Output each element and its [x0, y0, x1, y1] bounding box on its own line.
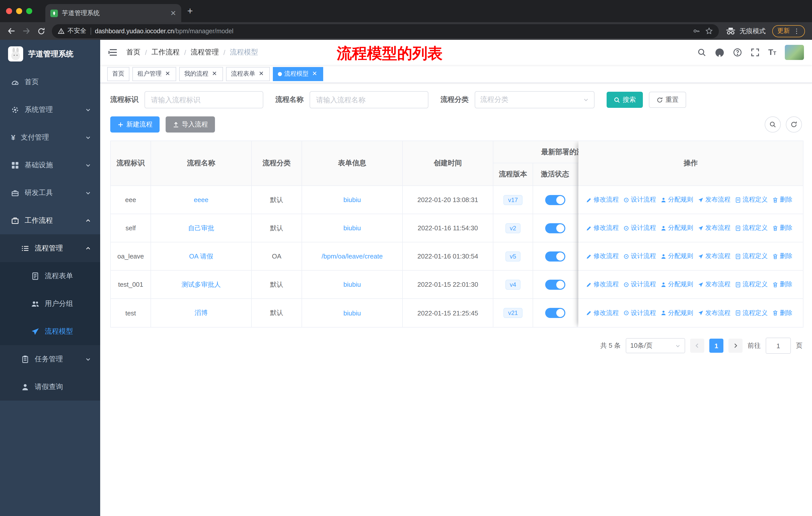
- action-edit-link[interactable]: 修改流程: [586, 280, 619, 289]
- action-assign-link[interactable]: 分配规则: [661, 252, 693, 261]
- active-toggle[interactable]: [545, 251, 565, 261]
- form-info-link[interactable]: biubiu: [343, 309, 361, 317]
- sidebar-item-process-management[interactable]: 流程管理: [0, 234, 100, 262]
- search-button[interactable]: 搜索: [607, 92, 643, 108]
- action-edit-link[interactable]: 修改流程: [586, 195, 619, 204]
- fullscreen-icon[interactable]: [751, 48, 760, 57]
- process-name-link[interactable]: OA 请假: [189, 252, 213, 261]
- zoom-window-button[interactable]: [26, 8, 32, 14]
- sidebar-item-home[interactable]: 首页: [0, 68, 100, 96]
- address-bar[interactable]: 不安全 dashboard.yudao.iocoder.cn/bpm/manag…: [52, 24, 719, 38]
- browser-menu-icon[interactable]: ⋮: [793, 27, 800, 35]
- tag-home[interactable]: 首页: [107, 67, 129, 81]
- forward-icon[interactable]: [22, 27, 31, 35]
- form-info-link[interactable]: biubiu: [343, 196, 361, 203]
- process-name-link[interactable]: eeee: [194, 196, 208, 203]
- show-search-button[interactable]: [765, 116, 781, 133]
- action-edit-link[interactable]: 修改流程: [586, 309, 619, 317]
- refresh-table-button[interactable]: [786, 116, 802, 133]
- process-name-link[interactable]: 测试多审批人: [181, 280, 221, 289]
- action-edit-link[interactable]: 修改流程: [586, 252, 619, 261]
- action-publish-link[interactable]: 发布流程: [698, 224, 730, 232]
- search-icon[interactable]: [697, 48, 706, 57]
- create-process-button[interactable]: 新建流程: [110, 116, 160, 133]
- tag-close-icon[interactable]: ✕: [311, 70, 318, 77]
- action-definition-link[interactable]: 流程定义: [735, 252, 768, 261]
- process-name-input[interactable]: [310, 91, 428, 108]
- hamburger-icon[interactable]: [108, 47, 118, 57]
- sidebar-item-task-management[interactable]: 任务管理: [0, 345, 100, 373]
- active-toggle[interactable]: [545, 195, 565, 205]
- sidebar-item-workflow[interactable]: 工作流程: [0, 207, 100, 234]
- update-button[interactable]: 更新 ⋮: [772, 25, 805, 37]
- goto-page-input[interactable]: [766, 337, 791, 354]
- back-icon[interactable]: [7, 27, 16, 35]
- next-page-button[interactable]: [728, 338, 743, 353]
- breadcrumb-process-management[interactable]: 流程管理: [191, 48, 219, 57]
- new-tab-button[interactable]: +: [187, 5, 193, 17]
- tab-close-icon[interactable]: ✕: [170, 9, 176, 17]
- sidebar-item-process-form[interactable]: 流程表单: [0, 262, 100, 290]
- user-avatar[interactable]: [785, 45, 804, 60]
- action-definition-link[interactable]: 流程定义: [735, 224, 768, 232]
- breadcrumb-workflow[interactable]: 工作流程: [151, 48, 180, 57]
- action-publish-link[interactable]: 发布流程: [698, 252, 730, 261]
- action-delete-link[interactable]: 删除: [772, 252, 792, 261]
- process-name-link[interactable]: 自己审批: [188, 223, 214, 233]
- sidebar-item-process-model[interactable]: 流程模型: [0, 318, 100, 345]
- security-warning-icon[interactable]: 不安全: [58, 27, 86, 35]
- browser-tab[interactable]: 芋道管理系统 ✕: [45, 4, 181, 22]
- action-definition-link[interactable]: 流程定义: [735, 309, 768, 317]
- sidebar-item-leave-query[interactable]: 请假查询: [0, 373, 100, 401]
- help-icon[interactable]: [733, 48, 742, 57]
- action-definition-link[interactable]: 流程定义: [735, 280, 768, 289]
- breadcrumb-home[interactable]: 首页: [126, 48, 141, 57]
- action-definition-link[interactable]: 流程定义: [735, 195, 768, 204]
- font-size-icon[interactable]: TT: [768, 48, 776, 57]
- tag-close-icon[interactable]: ✕: [211, 70, 218, 77]
- action-design-link[interactable]: 设计流程: [623, 309, 656, 317]
- category-select[interactable]: 流程分类: [475, 91, 594, 108]
- active-toggle[interactable]: [545, 308, 565, 318]
- active-toggle[interactable]: [545, 223, 565, 233]
- active-toggle[interactable]: [545, 279, 565, 290]
- sidebar-item-devtools[interactable]: 研发工具: [0, 179, 100, 207]
- tag-process-model[interactable]: 流程模型 ✕: [273, 67, 323, 81]
- form-info-link[interactable]: /bpm/oa/leave/create: [322, 252, 383, 260]
- page-size-select[interactable]: 10条/页: [626, 338, 685, 353]
- action-assign-link[interactable]: 分配规则: [661, 224, 693, 232]
- sidebar-item-system[interactable]: 系统管理: [0, 96, 100, 124]
- action-design-link[interactable]: 设计流程: [623, 252, 656, 261]
- current-page-button[interactable]: 1: [709, 338, 723, 353]
- action-publish-link[interactable]: 发布流程: [698, 280, 730, 289]
- sidebar-item-payment[interactable]: ¥ 支付管理: [0, 124, 100, 151]
- action-delete-link[interactable]: 删除: [772, 280, 792, 289]
- action-design-link[interactable]: 设计流程: [623, 195, 656, 204]
- tag-close-icon[interactable]: ✕: [164, 70, 171, 77]
- process-key-input[interactable]: [144, 91, 263, 108]
- sidebar-item-infrastructure[interactable]: 基础设施: [0, 151, 100, 179]
- password-key-icon[interactable]: [693, 27, 700, 35]
- github-icon[interactable]: [715, 48, 724, 57]
- action-assign-link[interactable]: 分配规则: [661, 280, 693, 289]
- import-process-button[interactable]: 导入流程: [166, 116, 215, 133]
- tag-process-form[interactable]: 流程表单 ✕: [226, 67, 270, 81]
- action-publish-link[interactable]: 发布流程: [698, 309, 730, 317]
- close-window-button[interactable]: [6, 8, 12, 14]
- action-edit-link[interactable]: 修改流程: [586, 224, 619, 232]
- minimize-window-button[interactable]: [16, 8, 22, 14]
- action-delete-link[interactable]: 删除: [772, 195, 792, 204]
- tag-my-process[interactable]: 我的流程 ✕: [179, 67, 223, 81]
- reset-button[interactable]: 重置: [649, 92, 686, 108]
- sidebar-item-user-group[interactable]: 用户分组: [0, 290, 100, 318]
- action-design-link[interactable]: 设计流程: [623, 224, 656, 232]
- tag-close-icon[interactable]: ✕: [258, 70, 265, 77]
- action-publish-link[interactable]: 发布流程: [698, 195, 730, 204]
- action-delete-link[interactable]: 删除: [772, 224, 792, 232]
- form-info-link[interactable]: biubiu: [343, 281, 361, 288]
- prev-page-button[interactable]: [690, 338, 704, 353]
- bookmark-star-icon[interactable]: [705, 27, 713, 35]
- action-delete-link[interactable]: 删除: [772, 309, 792, 317]
- app-logo[interactable]: 芋道管理系统: [0, 40, 100, 68]
- action-assign-link[interactable]: 分配规则: [661, 195, 693, 204]
